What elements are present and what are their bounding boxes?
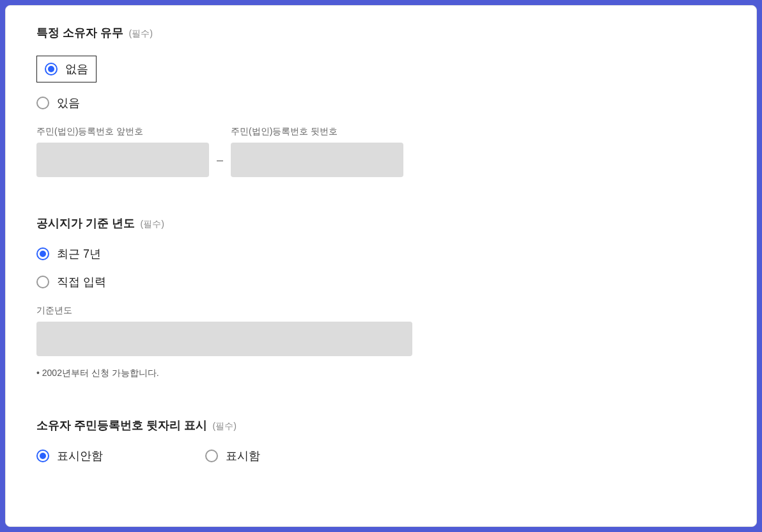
id-back-input[interactable] <box>231 143 403 177</box>
input-group-year: 기준년도 <box>36 305 726 356</box>
id-front-input[interactable] <box>36 143 209 177</box>
radio-label: 최근 7년 <box>57 246 101 262</box>
year-input[interactable] <box>36 322 412 356</box>
radio-owner-none[interactable]: 없음 <box>36 56 97 82</box>
radio-dot <box>40 453 46 459</box>
form-container: 특정 소유자 유무 (필수) 없음 있음 주민(법인)등록번호 앞번호 – <box>5 5 757 527</box>
radio-owner-exists[interactable]: 있음 <box>36 95 726 111</box>
section-owner-id-display: 소유자 주민등록번호 뒷자리 표시 (필수) 표시안함 표시함 <box>36 418 726 464</box>
radio-icon <box>36 97 49 109</box>
input-label-back: 주민(법인)등록번호 뒷번호 <box>231 126 403 137</box>
radio-year-recent7[interactable]: 최근 7년 <box>36 246 726 262</box>
section-title: 공시지가 기준 년도 <box>36 217 135 230</box>
radio-icon <box>36 450 49 462</box>
section-price-year: 공시지가 기준 년도 (필수) 최근 7년 직접 입력 기준년도 2002년부터… <box>36 215 726 379</box>
input-group-front: 주민(법인)등록번호 앞번호 <box>36 126 209 177</box>
radio-label: 직접 입력 <box>57 274 106 290</box>
radio-label: 없음 <box>65 61 88 77</box>
section-title: 소유자 주민등록번호 뒷자리 표시 <box>36 419 207 432</box>
radio-label: 표시안함 <box>57 448 103 464</box>
radio-icon <box>36 247 49 260</box>
radio-group-year: 최근 7년 직접 입력 <box>36 246 726 290</box>
required-tag: (필수) <box>128 28 152 38</box>
radio-display-show[interactable]: 표시함 <box>205 448 260 464</box>
helper-text: 2002년부터 신청 가능합니다. <box>36 368 726 379</box>
id-input-row: 주민(법인)등록번호 앞번호 – 주민(법인)등록번호 뒷번호 <box>36 126 726 177</box>
input-group-back: 주민(법인)등록번호 뒷번호 <box>231 126 403 177</box>
radio-display-hide[interactable]: 표시안함 <box>36 448 103 464</box>
radio-icon <box>45 63 58 75</box>
section-title: 특정 소유자 유무 <box>36 26 123 39</box>
section-header: 소유자 주민등록번호 뒷자리 표시 (필수) <box>36 418 726 433</box>
section-header: 특정 소유자 유무 (필수) <box>36 25 726 40</box>
radio-year-direct[interactable]: 직접 입력 <box>36 274 726 290</box>
radio-label: 표시함 <box>226 448 260 464</box>
radio-dot <box>48 66 54 72</box>
radio-group-owner: 없음 있음 <box>36 56 726 111</box>
radio-label: 있음 <box>57 95 80 111</box>
radio-dot <box>40 251 46 257</box>
section-specific-owner: 특정 소유자 유무 (필수) 없음 있음 주민(법인)등록번호 앞번호 – <box>36 25 726 177</box>
id-separator: – <box>217 153 223 177</box>
radio-icon <box>36 276 49 288</box>
required-tag: (필수) <box>212 421 236 431</box>
input-label-year: 기준년도 <box>36 305 726 317</box>
input-label-front: 주민(법인)등록번호 앞번호 <box>36 126 209 137</box>
radio-group-display: 표시안함 표시함 <box>36 448 726 464</box>
required-tag: (필수) <box>140 219 164 229</box>
radio-icon <box>205 450 218 462</box>
section-header: 공시지가 기준 년도 (필수) <box>36 215 726 231</box>
